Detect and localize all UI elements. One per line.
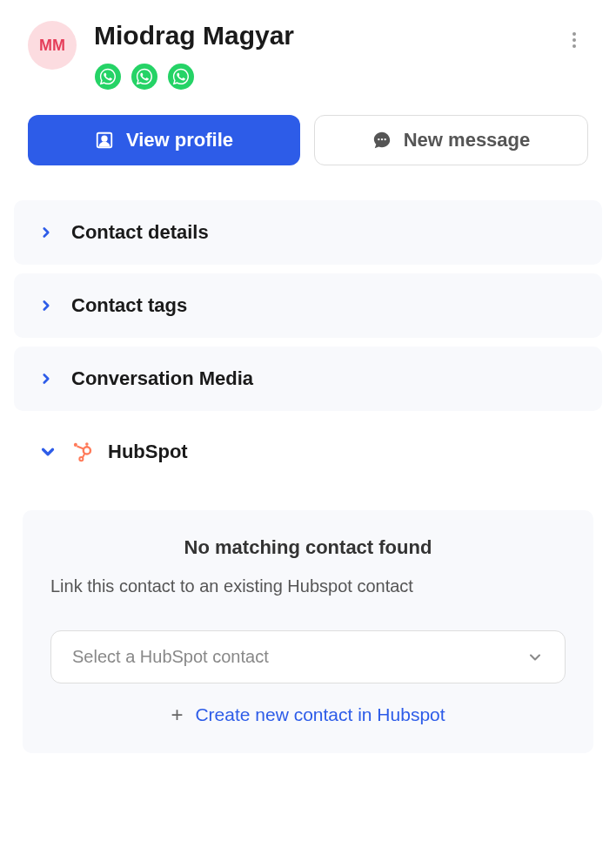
avatar: MM (28, 21, 77, 70)
message-icon (372, 131, 392, 150)
svg-line-14 (83, 454, 84, 458)
svg-point-4 (102, 136, 107, 141)
create-hubspot-contact-link[interactable]: + Create new contact in Hubspot (50, 703, 566, 727)
contact-tags-label: Contact tags (71, 294, 187, 317)
whatsapp-icon[interactable] (94, 63, 122, 91)
svg-point-0 (95, 64, 121, 90)
whatsapp-icons (94, 63, 602, 91)
svg-point-9 (85, 442, 89, 446)
whatsapp-icon[interactable] (131, 63, 158, 91)
svg-point-6 (381, 138, 383, 140)
plus-icon: + (171, 703, 183, 727)
select-placeholder: Select a HubSpot contact (72, 647, 269, 667)
contact-details-label: Contact details (71, 221, 209, 244)
hubspot-icon (71, 441, 94, 463)
hubspot-panel-description: Link this contact to an existing Hubspot… (50, 573, 566, 599)
new-message-button[interactable]: New message (314, 115, 588, 165)
action-buttons: View profile New message (14, 115, 602, 165)
contact-name: Miodrag Magyar (94, 21, 602, 50)
chevron-down-icon (38, 442, 57, 461)
svg-point-8 (84, 447, 90, 454)
whatsapp-icon[interactable] (167, 63, 195, 91)
chevron-down-icon (526, 649, 544, 666)
header-content: Miodrag Magyar (94, 21, 602, 91)
svg-point-2 (168, 64, 194, 90)
view-profile-button[interactable]: View profile (28, 115, 300, 165)
hubspot-panel-title: No matching contact found (50, 536, 566, 559)
svg-point-13 (79, 457, 83, 461)
new-message-label: New message (404, 129, 531, 151)
avatar-initials: MM (39, 37, 65, 55)
hubspot-contact-select[interactable]: Select a HubSpot contact (50, 630, 566, 683)
svg-point-1 (131, 64, 157, 90)
hubspot-panel: No matching contact found Link this cont… (23, 510, 593, 753)
chevron-right-icon (38, 371, 54, 387)
contact-details-section[interactable]: Contact details (14, 200, 602, 265)
create-link-text: Create new contact in Hubspot (195, 704, 445, 725)
conversation-media-section[interactable]: Conversation Media (14, 347, 602, 411)
svg-point-5 (378, 138, 379, 140)
conversation-media-label: Conversation Media (71, 367, 253, 390)
profile-icon (95, 131, 114, 150)
hubspot-label: HubSpot (108, 441, 188, 463)
contact-tags-section[interactable]: Contact tags (14, 273, 602, 338)
more-options-button[interactable] (564, 30, 585, 50)
more-vertical-icon (572, 32, 576, 48)
accordion-sections: Contact details Contact tags Conversatio… (14, 200, 602, 484)
svg-point-7 (384, 138, 385, 140)
contact-header: MM Miodrag Magyar (14, 21, 602, 91)
chevron-right-icon (38, 298, 54, 313)
chevron-right-icon (38, 225, 54, 240)
svg-line-12 (77, 447, 84, 449)
svg-point-11 (74, 443, 77, 447)
view-profile-label: View profile (126, 129, 233, 151)
hubspot-section[interactable]: HubSpot (14, 420, 602, 484)
